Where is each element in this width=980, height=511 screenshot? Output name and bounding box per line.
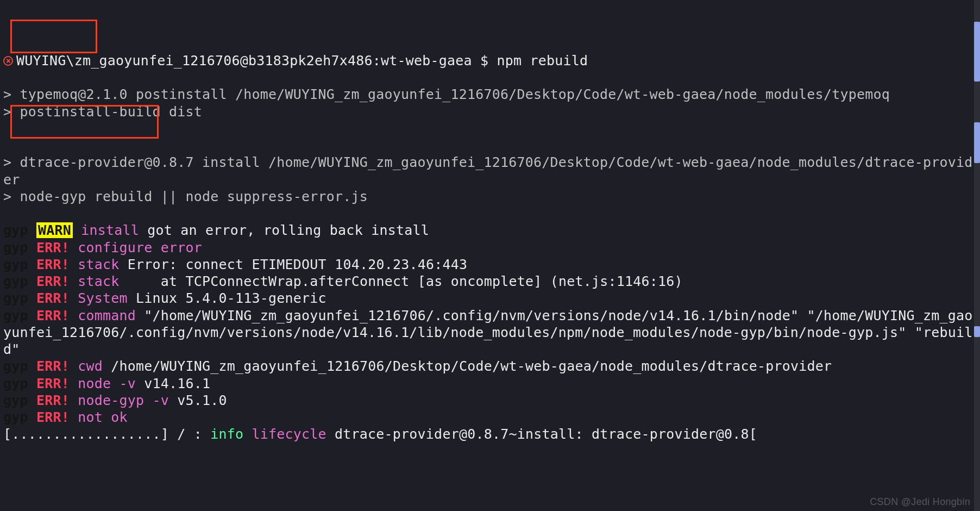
info-badge: info [210, 426, 243, 442]
err-badge: ERR! [36, 376, 70, 391]
gyp-tag: gyp [3, 273, 28, 289]
shell-prompt: WUYING\zm_gaoyunfei_1216706@b3183pk2eh7x… [16, 53, 497, 68]
progress-bar: [..................] [3, 426, 169, 442]
err-badge: ERR! [36, 290, 70, 306]
gyp-keyword: System [78, 290, 128, 306]
warn-badge: WARN [36, 222, 73, 238]
gyp-keyword: not ok [78, 409, 128, 425]
lifecycle-keyword: lifecycle [252, 426, 326, 442]
gyp-tag: gyp [3, 240, 28, 256]
gyp-keyword: command [78, 308, 136, 323]
progress-spinner: / : [169, 426, 210, 442]
err-badge: ERR! [36, 257, 70, 272]
output-line: > dtrace-provider@0.8.7 install /home/WU… [3, 154, 972, 187]
terminal-output[interactable]: WUYING\zm_gaoyunfei_1216706@b3183pk2eh7x… [0, 0, 980, 443]
gyp-keyword: stack [78, 257, 119, 272]
gyp-tag: gyp [3, 308, 28, 323]
scrollbar-thumb[interactable] [974, 326, 980, 337]
gyp-tag: gyp [3, 290, 28, 306]
gyp-message: v5.1.0 [177, 392, 227, 408]
scrollbar-track[interactable] [974, 0, 980, 511]
gyp-message: at TCPConnectWrap.afterConnect [as oncom… [128, 273, 683, 289]
scrollbar-thumb[interactable] [974, 22, 980, 82]
gyp-keyword: stack [78, 273, 119, 289]
err-badge: ERR! [36, 392, 70, 408]
err-badge: ERR! [36, 240, 70, 256]
annotation-box-typemoq [10, 20, 97, 53]
gyp-tag: gyp [3, 376, 28, 391]
output-line: > node-gyp rebuild || node suppress-erro… [3, 189, 368, 204]
gyp-tag: gyp [3, 392, 28, 408]
gyp-tag: gyp [3, 409, 28, 425]
gyp-keyword: cwd [78, 358, 103, 374]
gyp-keyword: configure error [78, 240, 202, 256]
gyp-message: Linux 5.4.0-113-generic [136, 290, 326, 306]
gyp-keyword: install [81, 222, 139, 238]
gyp-message: v14.16.1 [144, 376, 210, 391]
err-badge: ERR! [36, 273, 70, 289]
lifecycle-tail: dtrace-provider@0.8.7~install: dtrace-pr… [335, 426, 757, 442]
gyp-tag: gyp [3, 257, 28, 272]
gyp-message: got an error, rolling back install [147, 222, 429, 238]
gyp-message: Error: connect ETIMEDOUT 104.20.23.46:44… [128, 257, 467, 272]
gyp-tag: gyp [3, 222, 28, 238]
err-badge: ERR! [36, 409, 70, 425]
close-icon [3, 56, 13, 66]
gyp-keyword: node -v [78, 376, 136, 391]
gyp-tag: gyp [3, 358, 28, 374]
gyp-message: "/home/WUYING_zm_gaoyunfei_1216706/.conf… [3, 308, 972, 358]
shell-command: npm rebuild [497, 53, 588, 68]
output-line: > postinstall-build dist [3, 104, 202, 120]
output-line: > typemoq@2.1.0 postinstall /home/WUYING… [3, 86, 890, 102]
gyp-keyword: node-gyp -v [78, 392, 169, 408]
gyp-message: /home/WUYING_zm_gaoyunfei_1216706/Deskto… [111, 358, 832, 374]
err-badge: ERR! [36, 358, 70, 374]
err-badge: ERR! [36, 308, 70, 323]
watermark-text: CSDN @Jedi Hongbin [870, 496, 970, 508]
scrollbar-thumb[interactable] [974, 122, 980, 163]
